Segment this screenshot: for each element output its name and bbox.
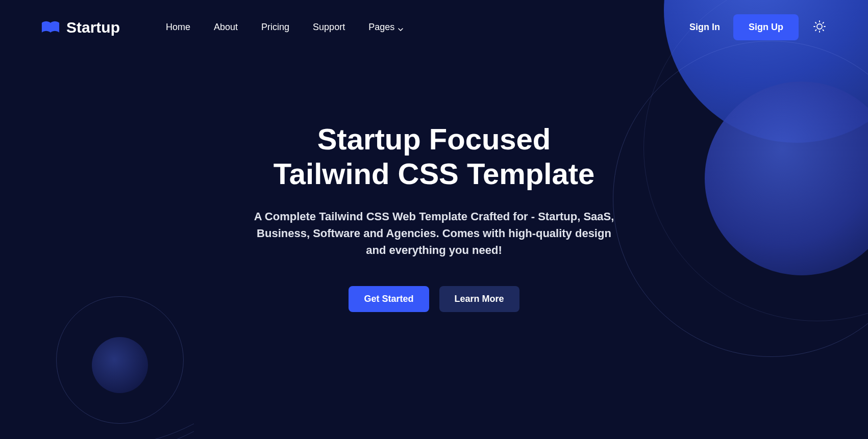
nav-item-pages[interactable]: Pages bbox=[368, 22, 404, 33]
nav-item-pricing[interactable]: Pricing bbox=[261, 22, 289, 33]
nav-item-label: Support bbox=[313, 22, 345, 33]
learn-more-button[interactable]: Learn More bbox=[439, 286, 519, 312]
nav-item-home[interactable]: Home bbox=[166, 22, 190, 33]
auth-actions: Sign In Sign Up bbox=[689, 14, 827, 40]
get-started-button[interactable]: Get Started bbox=[349, 286, 429, 312]
nav-item-label: About bbox=[214, 22, 238, 33]
nav-item-support[interactable]: Support bbox=[313, 22, 345, 33]
decor-ball-bottom-left bbox=[92, 337, 148, 393]
hero-section: Startup Focused Tailwind CSS Template A … bbox=[189, 40, 679, 312]
sun-icon bbox=[813, 20, 826, 35]
decor-wave-lines bbox=[0, 378, 194, 439]
header: Startup Home About Pricing Support Pages… bbox=[0, 0, 868, 40]
chevron-down-icon bbox=[398, 24, 404, 31]
brand-name: Startup bbox=[66, 19, 120, 36]
svg-point-0 bbox=[817, 24, 822, 29]
brand-logo-mark-icon bbox=[41, 20, 60, 35]
signin-link[interactable]: Sign In bbox=[689, 22, 720, 33]
nav-item-about[interactable]: About bbox=[214, 22, 238, 33]
decor-ring-bottom-left bbox=[56, 296, 184, 424]
nav-item-label: Pricing bbox=[261, 22, 289, 33]
hero-title: Startup Focused Tailwind CSS Template bbox=[189, 122, 679, 192]
main-nav: Home About Pricing Support Pages bbox=[166, 22, 404, 33]
hero-subtitle: A Complete Tailwind CSS Web Template Cra… bbox=[251, 208, 618, 259]
signup-button[interactable]: Sign Up bbox=[733, 14, 799, 40]
hero-cta-group: Get Started Learn More bbox=[189, 286, 679, 312]
theme-toggle-button[interactable] bbox=[812, 20, 827, 35]
brand-logo[interactable]: Startup bbox=[41, 19, 120, 36]
decor-planet-small bbox=[705, 82, 868, 275]
nav-item-label: Home bbox=[166, 22, 190, 33]
nav-item-label: Pages bbox=[368, 22, 394, 33]
